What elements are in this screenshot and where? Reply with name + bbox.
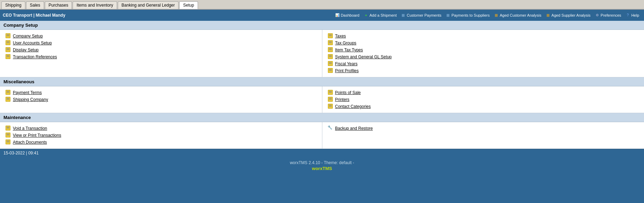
menu-item-tax-types[interactable]: Item Tax Types [328, 46, 639, 53]
contact-categories-icon [328, 104, 333, 109]
company-setup-right: Taxes Tax Groups Item Tax Types System a… [322, 30, 644, 77]
maintenance-body: Void a Transaction View or Print Transac… [0, 122, 644, 149]
miscellaneous-left: Payment Terms Shipping Company [0, 86, 322, 113]
menu-printers[interactable]: Printers [328, 96, 639, 103]
aged-customer-button[interactable]: ▦ Aged Customer Analysis [492, 12, 544, 18]
tab-setup[interactable]: Setup [179, 1, 198, 9]
fiscal-years-link[interactable]: Fiscal Years [335, 61, 358, 66]
company-setup-link[interactable]: Company Setup [13, 34, 43, 39]
menu-void-transaction[interactable]: Void a Transaction [6, 125, 316, 132]
fiscal-years-icon [328, 61, 333, 67]
menu-attach-documents[interactable]: Attach Documents [6, 139, 316, 146]
user-accounts-icon [6, 40, 11, 46]
backup-restore-icon [328, 126, 333, 131]
add-shipment-label: Add a Shipment [370, 13, 397, 17]
user-accounts-link[interactable]: User Accounts Setup [13, 41, 52, 45]
brand-label: CEO Transport | Michael Mandy [3, 13, 65, 18]
tab-shipping[interactable]: Shipping [1, 1, 25, 9]
menu-contact-categories[interactable]: Contact Categories [328, 103, 639, 110]
dashboard-button[interactable]: 📊 Dashboard [333, 12, 362, 18]
tax-groups-link[interactable]: Tax Groups [335, 41, 356, 45]
display-setup-icon [6, 47, 11, 53]
preferences-icon: ⚙ [595, 13, 600, 18]
add-shipment-icon: ● [364, 13, 369, 18]
menu-taxes[interactable]: Taxes [328, 33, 639, 40]
tab-sales[interactable]: Sales [26, 1, 44, 9]
menu-shipping-company[interactable]: Shipping Company [6, 96, 316, 103]
view-print-transactions-icon [6, 133, 11, 138]
menu-points-of-sale[interactable]: Points of Sale [328, 89, 639, 96]
tab-bar: Shipping Sales Purchases Items and Inven… [0, 0, 644, 10]
aged-supplier-button[interactable]: ▦ Aged Supplier Analysis [544, 12, 593, 18]
tab-banking[interactable]: Banking and General Ledger [118, 1, 179, 9]
aged-supplier-icon: ▦ [546, 13, 551, 18]
customer-payments-button[interactable]: ▦ Customer Payments [399, 12, 444, 18]
shipping-company-icon [6, 97, 11, 102]
preferences-button[interactable]: ⚙ Preferences [593, 12, 623, 18]
maintenance-header: Maintenance [0, 113, 644, 122]
menu-fiscal-years[interactable]: Fiscal Years [328, 60, 639, 67]
add-shipment-button[interactable]: ● Add a Shipment [362, 12, 399, 18]
menu-system-gl-setup[interactable]: System and General GL Setup [328, 53, 639, 60]
item-tax-types-link[interactable]: Item Tax Types [335, 48, 363, 52]
system-gl-link[interactable]: System and General GL Setup [335, 54, 392, 59]
payments-suppliers-label: Payments to Suppliers [452, 13, 490, 17]
taxes-icon [328, 33, 333, 39]
tab-purchases[interactable]: Purchases [45, 1, 72, 9]
help-icon: ? [625, 13, 630, 18]
tab-items-inventory[interactable]: Items and Inventory [73, 1, 117, 9]
menu-view-print-transactions[interactable]: View or Print Transactions [6, 132, 316, 139]
points-of-sale-icon [328, 90, 333, 95]
print-profiles-icon [328, 68, 333, 74]
footer-link[interactable]: worxTMS [0, 166, 644, 171]
menu-display-setup[interactable]: Display Setup [6, 46, 316, 53]
item-tax-types-icon [328, 47, 333, 53]
view-print-transactions-link[interactable]: View or Print Transactions [13, 133, 61, 138]
void-transaction-icon [6, 126, 11, 131]
attach-documents-link[interactable]: Attach Documents [13, 140, 47, 145]
tax-groups-icon [328, 40, 333, 46]
company-setup-left: Company Setup User Accounts Setup Displa… [0, 30, 322, 77]
datetime-label: 15-03-2022 | 09:41 [3, 151, 39, 155]
printers-icon [328, 97, 333, 102]
shipping-company-link[interactable]: Shipping Company [13, 97, 48, 102]
points-of-sale-link[interactable]: Points of Sale [335, 90, 361, 95]
footer: worxTMS 2.4.10 - Theme: default - worxTM… [0, 157, 644, 173]
payments-suppliers-icon: ▦ [446, 13, 451, 18]
help-button[interactable]: ? Help [623, 12, 641, 18]
preferences-label: Preferences [601, 13, 621, 17]
menu-company-setup[interactable]: Company Setup [6, 33, 316, 40]
attach-documents-icon [6, 139, 11, 145]
payment-terms-link[interactable]: Payment Terms [13, 90, 42, 95]
customer-payments-icon: ▦ [401, 13, 406, 18]
dashboard-icon: 📊 [335, 13, 340, 18]
printers-link[interactable]: Printers [335, 97, 349, 102]
menu-payment-terms[interactable]: Payment Terms [6, 89, 316, 96]
menu-tax-groups[interactable]: Tax Groups [328, 40, 639, 46]
transaction-refs-link[interactable]: Transaction References [13, 54, 57, 59]
taxes-link[interactable]: Taxes [335, 34, 346, 39]
maintenance-right: Backup and Restore [322, 122, 644, 149]
menu-backup-restore[interactable]: Backup and Restore [328, 125, 639, 132]
maintenance-left: Void a Transaction View or Print Transac… [0, 122, 322, 149]
contact-categories-link[interactable]: Contact Categories [335, 104, 371, 109]
miscellaneous-right: Points of Sale Printers Contact Categori… [322, 86, 644, 113]
footer-version: worxTMS 2.4.10 - Theme: default - [290, 160, 354, 165]
menu-print-profiles[interactable]: Print Profiles [328, 67, 639, 74]
aged-customer-icon: ▦ [494, 13, 499, 18]
payments-to-suppliers-button[interactable]: ▦ Payments to Suppliers [444, 12, 492, 18]
print-profiles-link[interactable]: Print Profiles [335, 68, 359, 73]
toolbar: CEO Transport | Michael Mandy 📊 Dashboar… [0, 10, 644, 21]
company-setup-icon [6, 33, 11, 39]
backup-restore-link[interactable]: Backup and Restore [335, 126, 373, 131]
footer-spacer [0, 173, 644, 203]
customer-payments-label: Customer Payments [407, 13, 441, 17]
menu-user-accounts[interactable]: User Accounts Setup [6, 40, 316, 46]
main-content: Company Setup Company Setup User Account… [0, 21, 644, 149]
status-bar: 15-03-2022 | 09:41 [0, 149, 644, 157]
payment-terms-icon [6, 90, 11, 95]
menu-transaction-refs[interactable]: Transaction References [6, 53, 316, 60]
aged-customer-label: Aged Customer Analysis [500, 13, 542, 17]
display-setup-link[interactable]: Display Setup [13, 48, 39, 52]
void-transaction-link[interactable]: Void a Transaction [13, 126, 47, 131]
